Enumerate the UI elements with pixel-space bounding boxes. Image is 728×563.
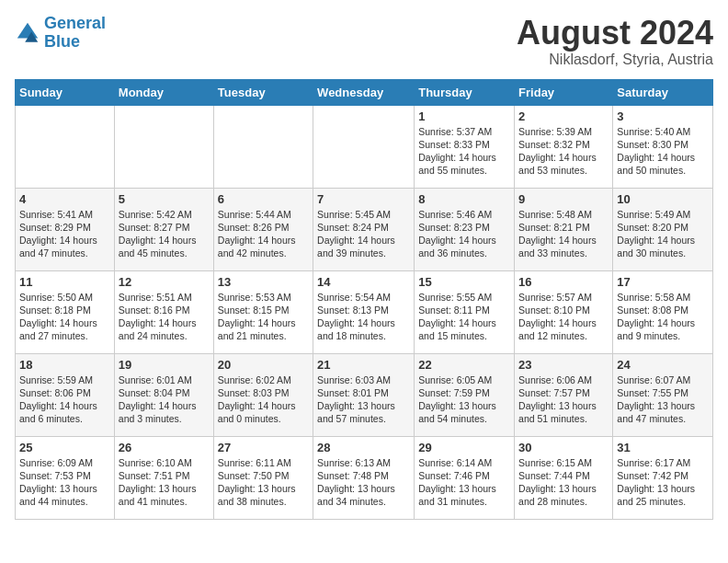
day-cell: 24Sunrise: 6:07 AMSunset: 7:55 PMDayligh…	[613, 353, 713, 436]
day-cell: 22Sunrise: 6:05 AMSunset: 7:59 PMDayligh…	[415, 353, 515, 436]
day-number: 11	[19, 275, 110, 289]
day-info: Sunrise: 6:17 AMSunset: 7:42 PMDaylight:…	[617, 456, 709, 509]
day-info: Sunrise: 5:53 AMSunset: 8:15 PMDaylight:…	[218, 291, 309, 343]
day-header-saturday: Saturday	[613, 79, 713, 105]
day-number: 9	[518, 192, 609, 206]
day-cell: 23Sunrise: 6:06 AMSunset: 7:57 PMDayligh…	[515, 353, 613, 436]
day-number: 13	[218, 275, 309, 289]
day-info: Sunrise: 6:05 AMSunset: 7:59 PMDaylight:…	[418, 373, 510, 426]
day-number: 25	[19, 441, 110, 454]
day-info: Sunrise: 5:37 AMSunset: 8:33 PMDaylight:…	[418, 125, 510, 178]
svg-marker-0	[17, 23, 38, 39]
day-number: 24	[617, 358, 709, 372]
week-row-4: 18Sunrise: 5:59 AMSunset: 8:06 PMDayligh…	[16, 353, 713, 436]
day-cell: 26Sunrise: 6:10 AMSunset: 7:51 PMDayligh…	[114, 436, 213, 519]
day-info: Sunrise: 6:03 AMSunset: 8:01 PMDaylight:…	[317, 373, 410, 426]
day-info: Sunrise: 5:49 AMSunset: 8:20 PMDaylight:…	[617, 208, 709, 260]
day-cell: 20Sunrise: 6:02 AMSunset: 8:03 PMDayligh…	[213, 353, 313, 436]
day-cell: 7Sunrise: 5:45 AMSunset: 8:24 PMDaylight…	[313, 188, 415, 270]
day-number: 14	[317, 275, 410, 289]
day-info: Sunrise: 5:55 AMSunset: 8:11 PMDaylight:…	[418, 291, 510, 343]
logo-line2: Blue	[44, 32, 80, 51]
day-cell: 18Sunrise: 5:59 AMSunset: 8:06 PMDayligh…	[16, 353, 115, 436]
day-number: 8	[418, 192, 510, 206]
day-cell: 25Sunrise: 6:09 AMSunset: 7:53 PMDayligh…	[16, 436, 115, 519]
day-cell: 14Sunrise: 5:54 AMSunset: 8:13 PMDayligh…	[313, 270, 415, 353]
day-header-monday: Monday	[114, 79, 213, 105]
day-number: 18	[19, 358, 110, 372]
day-cell: 21Sunrise: 6:03 AMSunset: 8:01 PMDayligh…	[313, 353, 415, 436]
day-cell: 8Sunrise: 5:46 AMSunset: 8:23 PMDaylight…	[415, 188, 515, 270]
day-info: Sunrise: 6:02 AMSunset: 8:03 PMDaylight:…	[218, 373, 309, 426]
day-number: 12	[119, 275, 210, 289]
day-number: 15	[418, 275, 510, 289]
day-header-sunday: Sunday	[16, 79, 115, 105]
day-header-thursday: Thursday	[415, 79, 515, 105]
day-info: Sunrise: 5:40 AMSunset: 8:30 PMDaylight:…	[617, 125, 709, 178]
day-cell: 19Sunrise: 6:01 AMSunset: 8:04 PMDayligh…	[114, 353, 213, 436]
day-cell: 31Sunrise: 6:17 AMSunset: 7:42 PMDayligh…	[613, 436, 713, 519]
week-row-5: 25Sunrise: 6:09 AMSunset: 7:53 PMDayligh…	[16, 436, 713, 519]
day-cell: 10Sunrise: 5:49 AMSunset: 8:20 PMDayligh…	[613, 188, 713, 270]
day-number: 27	[218, 441, 309, 454]
location: Niklasdorf, Styria, Austria	[517, 52, 713, 68]
day-cell: 12Sunrise: 5:51 AMSunset: 8:16 PMDayligh…	[114, 270, 213, 353]
week-row-1: 1Sunrise: 5:37 AMSunset: 8:33 PMDaylight…	[16, 105, 713, 188]
day-number: 16	[518, 275, 609, 289]
day-info: Sunrise: 5:58 AMSunset: 8:08 PMDaylight:…	[617, 291, 709, 343]
day-number: 5	[119, 192, 210, 206]
day-number: 7	[317, 192, 410, 206]
day-info: Sunrise: 6:14 AMSunset: 7:46 PMDaylight:…	[418, 456, 510, 509]
day-info: Sunrise: 5:42 AMSunset: 8:27 PMDaylight:…	[119, 208, 210, 260]
day-number: 6	[218, 192, 309, 206]
day-info: Sunrise: 5:44 AMSunset: 8:26 PMDaylight:…	[218, 208, 309, 260]
day-number: 20	[218, 358, 309, 372]
day-info: Sunrise: 6:15 AMSunset: 7:44 PMDaylight:…	[518, 456, 609, 509]
day-number: 1	[418, 109, 510, 123]
day-info: Sunrise: 5:41 AMSunset: 8:29 PMDaylight:…	[19, 208, 110, 260]
day-number: 10	[617, 192, 709, 206]
logo-text: General Blue	[44, 15, 106, 52]
day-cell	[313, 105, 415, 188]
title-block: August 2024 Niklasdorf, Styria, Austria	[517, 15, 713, 68]
day-number: 4	[19, 192, 110, 206]
page-header: General Blue August 2024 Niklasdorf, Sty…	[15, 15, 713, 68]
day-cell: 30Sunrise: 6:15 AMSunset: 7:44 PMDayligh…	[515, 436, 613, 519]
day-info: Sunrise: 6:11 AMSunset: 7:50 PMDaylight:…	[218, 456, 309, 509]
day-number: 26	[119, 441, 210, 454]
day-cell: 6Sunrise: 5:44 AMSunset: 8:26 PMDaylight…	[213, 188, 313, 270]
logo-line1: General	[44, 14, 106, 32]
day-number: 30	[518, 441, 609, 454]
day-header-tuesday: Tuesday	[213, 79, 313, 105]
logo: General Blue	[15, 15, 106, 52]
day-number: 3	[617, 109, 709, 123]
day-number: 29	[418, 441, 510, 454]
day-info: Sunrise: 5:54 AMSunset: 8:13 PMDaylight:…	[317, 291, 410, 343]
day-cell: 13Sunrise: 5:53 AMSunset: 8:15 PMDayligh…	[213, 270, 313, 353]
day-number: 17	[617, 275, 709, 289]
day-cell: 28Sunrise: 6:13 AMSunset: 7:48 PMDayligh…	[313, 436, 415, 519]
day-cell	[16, 105, 115, 188]
day-cell: 2Sunrise: 5:39 AMSunset: 8:32 PMDaylight…	[515, 105, 613, 188]
day-info: Sunrise: 5:48 AMSunset: 8:21 PMDaylight:…	[518, 208, 609, 260]
day-number: 28	[317, 441, 410, 454]
week-row-2: 4Sunrise: 5:41 AMSunset: 8:29 PMDaylight…	[16, 188, 713, 270]
day-cell: 4Sunrise: 5:41 AMSunset: 8:29 PMDaylight…	[16, 188, 115, 270]
logo-icon	[15, 20, 40, 46]
day-cell: 17Sunrise: 5:58 AMSunset: 8:08 PMDayligh…	[613, 270, 713, 353]
day-cell: 9Sunrise: 5:48 AMSunset: 8:21 PMDaylight…	[515, 188, 613, 270]
day-cell: 11Sunrise: 5:50 AMSunset: 8:18 PMDayligh…	[16, 270, 115, 353]
day-info: Sunrise: 6:13 AMSunset: 7:48 PMDaylight:…	[317, 456, 410, 509]
day-cell	[114, 105, 213, 188]
day-cell: 5Sunrise: 5:42 AMSunset: 8:27 PMDaylight…	[114, 188, 213, 270]
day-header-wednesday: Wednesday	[313, 79, 415, 105]
day-cell: 1Sunrise: 5:37 AMSunset: 8:33 PMDaylight…	[415, 105, 515, 188]
day-info: Sunrise: 6:01 AMSunset: 8:04 PMDaylight:…	[119, 373, 210, 426]
day-number: 23	[518, 358, 609, 372]
calendar-table: SundayMondayTuesdayWednesdayThursdayFrid…	[15, 79, 713, 520]
day-info: Sunrise: 5:57 AMSunset: 8:10 PMDaylight:…	[518, 291, 609, 343]
day-info: Sunrise: 5:59 AMSunset: 8:06 PMDaylight:…	[19, 373, 110, 426]
day-info: Sunrise: 5:45 AMSunset: 8:24 PMDaylight:…	[317, 208, 410, 260]
week-row-3: 11Sunrise: 5:50 AMSunset: 8:18 PMDayligh…	[16, 270, 713, 353]
day-cell	[213, 105, 313, 188]
